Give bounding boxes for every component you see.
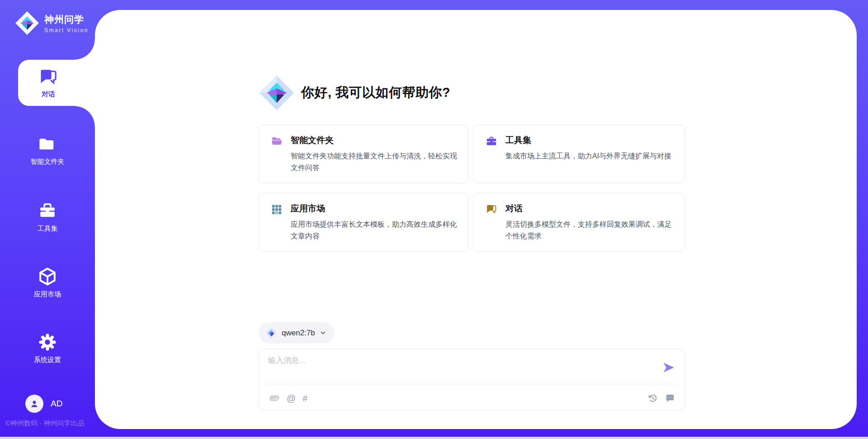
greeting-diamond-icon xyxy=(259,75,295,111)
greeting-title: 你好, 我可以如何帮助你? xyxy=(301,84,450,102)
composer-divider xyxy=(265,384,679,384)
chat-bubbles-icon xyxy=(486,204,497,215)
app-logo: 神州问学 Smart Vision xyxy=(15,11,89,35)
sidebar-item-chat[interactable]: 对话 xyxy=(18,60,95,106)
model-selector[interactable]: qwen2:7b xyxy=(259,322,335,344)
toolbox-icon xyxy=(38,201,57,221)
chat-bubbles-icon xyxy=(38,67,58,87)
model-name: qwen2:7b xyxy=(282,329,315,338)
history-icon[interactable] xyxy=(647,393,658,404)
sidebar-item-app-market[interactable]: 应用市场 xyxy=(0,267,95,299)
feature-cards: 智能文件夹 智能文件夹功能支持批量文件上传与清洗，轻松实现文件问答 工具集 集成… xyxy=(259,124,685,252)
folder-icon xyxy=(38,134,57,154)
card-smart-folder[interactable]: 智能文件夹 智能文件夹功能支持批量文件上传与清洗，轻松实现文件问答 xyxy=(259,124,468,183)
brand-diamond-icon xyxy=(15,11,39,35)
copyright-footer: ©神州数码 · 神州问学出品 xyxy=(5,419,84,428)
chevron-down-icon xyxy=(320,329,326,336)
hashtag-icon[interactable]: # xyxy=(302,394,307,403)
sidebar-item-label: 智能文件夹 xyxy=(31,157,65,166)
send-icon[interactable] xyxy=(662,361,675,374)
card-description: 灵活切换多模型文件，支持多样回复效果调试，满足个性化需求 xyxy=(505,219,674,242)
grid-icon xyxy=(271,204,283,215)
tab-curve-top xyxy=(75,39,95,60)
card-description: 智能文件夹功能支持批量文件上传与清洗，轻松实现文件问答 xyxy=(291,150,457,174)
card-chat[interactable]: 对话 灵活切换多模型文件，支持多样回复效果调试，满足个性化需求 xyxy=(473,193,685,252)
briefcase-icon xyxy=(486,135,497,147)
brand-subtitle: Smart Vision xyxy=(44,27,89,33)
brand-name: 神州问学 xyxy=(44,13,89,26)
card-toolset[interactable]: 工具集 集成市场上主流工具，助力AI与外界无缝扩展与对接 xyxy=(473,124,685,183)
card-description: 应用市场提供丰富长文本模板，助力高效生成多样化文章内容 xyxy=(291,219,457,242)
card-title: 智能文件夹 xyxy=(291,134,457,146)
avatar xyxy=(25,395,43,413)
horizontal-scrollbar[interactable] xyxy=(0,437,868,439)
sidebar-item-label: 对话 xyxy=(42,90,55,99)
message-input[interactable] xyxy=(268,355,648,381)
greeting-block: 你好, 我可以如何帮助你? xyxy=(259,75,450,111)
sidebar-item-toolset[interactable]: 工具集 xyxy=(0,201,95,233)
card-description: 集成市场上主流工具，助力AI与外界无缝扩展与对接 xyxy=(505,150,671,162)
card-app-market[interactable]: 应用市场 应用市场提供丰富长文本模板，助力高效生成多样化文章内容 xyxy=(259,193,468,252)
card-title: 对话 xyxy=(505,203,674,215)
card-title: 工具集 xyxy=(505,134,671,146)
feedback-bubble-icon[interactable] xyxy=(665,393,675,404)
tab-curve-bottom xyxy=(75,106,95,126)
cube-icon xyxy=(38,267,57,286)
mention-icon[interactable]: @ xyxy=(287,394,296,403)
user-initials: AD xyxy=(51,399,62,409)
sidebar-item-label: 系统设置 xyxy=(34,356,61,364)
composer-toolbar: @ # xyxy=(269,390,675,407)
user-profile[interactable]: AD xyxy=(25,395,62,413)
message-composer: @ # xyxy=(259,348,685,410)
sidebar-item-label: 工具集 xyxy=(38,224,58,233)
model-diamond-icon xyxy=(265,327,277,339)
card-title: 应用市场 xyxy=(291,203,457,215)
person-icon xyxy=(29,398,40,409)
folder-open-icon xyxy=(271,135,283,147)
sidebar-item-label: 应用市场 xyxy=(34,290,61,299)
attachment-icon[interactable] xyxy=(269,393,280,404)
sidebar-item-settings[interactable]: 系统设置 xyxy=(0,332,95,364)
gear-icon xyxy=(38,332,57,352)
sidebar-item-smart-folder[interactable]: 智能文件夹 xyxy=(0,134,95,166)
